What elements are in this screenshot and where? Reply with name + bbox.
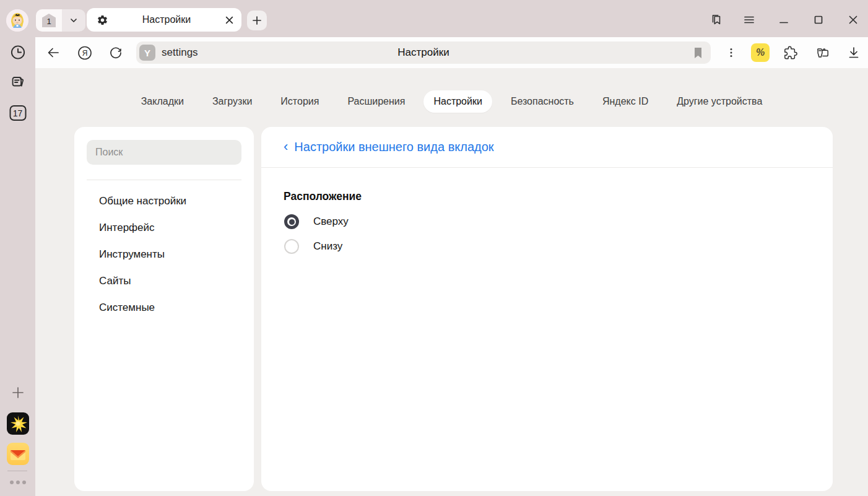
refresh-icon — [108, 45, 123, 60]
sidebar-item-general[interactable]: Общие настройки — [74, 188, 254, 214]
radio-unselected-icon[interactable] — [284, 239, 299, 254]
bookmark-icon — [693, 47, 703, 59]
settings-search-input[interactable] — [87, 140, 241, 165]
favicon-glyph: Y — [144, 48, 150, 58]
notes-stack-icon — [9, 74, 26, 91]
plus-icon — [252, 15, 262, 25]
radio-option-top[interactable]: Сверху — [284, 214, 349, 229]
hamburger-menu-icon — [743, 14, 755, 26]
tab-counter-group: 1 — [36, 9, 85, 32]
chevron-down-icon — [69, 16, 78, 25]
minimize-icon — [778, 14, 790, 26]
site-favicon: Y — [139, 45, 155, 61]
settings-sidebar-panel: Общие настройки Интерфейс Инструменты Са… — [74, 127, 254, 491]
settings-sidebar-menu: Общие настройки Интерфейс Инструменты Са… — [74, 188, 254, 321]
starburst-app-icon — [7, 412, 29, 435]
profile-avatar[interactable] — [6, 9, 28, 32]
bookmarks-panel-button[interactable] — [708, 11, 725, 28]
extensions-button[interactable] — [783, 45, 798, 60]
url-text: settings — [162, 46, 198, 59]
nav-tab-security[interactable]: Безопасность — [501, 90, 584, 113]
nav-tab-downloads[interactable]: Загрузки — [202, 90, 262, 113]
yandex-home-button[interactable]: Я — [77, 45, 92, 60]
radio-label: Снизу — [313, 240, 342, 253]
new-tab-button[interactable] — [247, 11, 267, 30]
settings-page: Закладки Загрузки История Расширения Нас… — [35, 68, 868, 496]
browser-tab-settings[interactable]: Настройки — [87, 8, 241, 32]
nav-tab-yandex-id[interactable]: Яндекс ID — [592, 90, 658, 113]
rail-add-button[interactable] — [11, 385, 25, 400]
radio-label: Сверху — [313, 215, 349, 228]
maximize-icon — [812, 14, 825, 26]
settings-nav-tabs: Закладки Загрузки История Расширения Нас… — [35, 90, 868, 113]
page-title: Настройки внешнего вида вкладок — [294, 140, 493, 154]
deals-button[interactable]: % — [751, 43, 770, 62]
rail-app-shortcut[interactable] — [7, 412, 29, 435]
rail-mail-shortcut[interactable] — [7, 443, 29, 465]
address-more-button[interactable] — [724, 45, 739, 60]
rail-more-button[interactable] — [10, 481, 26, 484]
nav-tab-settings[interactable]: Настройки — [423, 90, 492, 113]
key-wallet-icon — [815, 45, 830, 61]
passwords-button[interactable] — [815, 45, 830, 60]
downloads-button[interactable] — [846, 45, 861, 60]
tabs-count-badge: 17 — [9, 105, 26, 121]
nav-tab-history[interactable]: История — [271, 90, 329, 113]
tab-list-dropdown-button[interactable] — [62, 9, 85, 32]
tab-strip: 1 Настройки — [0, 0, 868, 37]
bookmarks-icon — [710, 13, 723, 27]
download-icon — [846, 45, 861, 60]
refresh-button[interactable] — [108, 45, 123, 60]
nav-tab-other-devices[interactable]: Другие устройства — [667, 90, 772, 113]
section-title-location: Расположение — [284, 190, 362, 203]
nav-tab-bookmarks[interactable]: Закладки — [131, 90, 194, 113]
nav-tab-extensions[interactable]: Расширения — [337, 90, 415, 113]
window-minimize-button[interactable] — [775, 11, 792, 28]
sidebar-divider — [87, 180, 241, 180]
sidebar-item-interface[interactable]: Интерфейс — [74, 214, 254, 241]
arrow-left-icon — [46, 45, 61, 60]
toolbar: Я Y settings Настройки % — [35, 37, 868, 68]
yandex-logo-icon: Я — [77, 45, 92, 61]
sidebar-item-sites[interactable]: Сайты — [74, 268, 254, 294]
gear-icon — [97, 14, 108, 26]
chevron-left-icon: ‹ — [284, 140, 288, 154]
bookmark-page-button[interactable] — [693, 47, 703, 59]
left-rail: 17 — [0, 37, 35, 496]
address-bar-page-title: Настройки — [136, 46, 711, 59]
kebab-menu-icon — [726, 47, 737, 58]
sidebar-item-tools[interactable]: Инструменты — [74, 241, 254, 268]
tab-close-icon[interactable] — [225, 15, 234, 25]
sidebar-item-system[interactable]: Системные — [74, 294, 254, 321]
window-maximize-button[interactable] — [810, 11, 827, 28]
avatar-girl-illustration — [6, 9, 28, 32]
mail-app-icon — [7, 443, 29, 465]
tabs-count-button[interactable]: 17 — [9, 105, 26, 121]
rail-divider — [7, 471, 27, 471]
percent-badge-icon: % — [751, 43, 770, 62]
svg-text:Я: Я — [82, 48, 88, 57]
close-icon — [847, 14, 859, 26]
clock-history-icon — [9, 44, 26, 61]
history-button[interactable] — [9, 44, 26, 61]
all-tabs-button[interactable]: 1 — [36, 9, 62, 32]
back-button[interactable] — [46, 45, 61, 60]
notes-button[interactable] — [9, 74, 26, 91]
puzzle-icon — [783, 45, 798, 61]
radio-selected-icon[interactable] — [284, 214, 299, 229]
radio-option-bottom[interactable]: Снизу — [284, 239, 342, 254]
window-close-button[interactable] — [844, 11, 862, 28]
tab-count-badge: 1 — [42, 14, 56, 27]
settings-main-panel: ‹ Настройки внешнего вида вкладок Распол… — [261, 127, 833, 491]
tabs-appearance-back-header[interactable]: ‹ Настройки внешнего вида вкладок — [261, 127, 833, 168]
address-bar[interactable]: Y settings Настройки — [136, 41, 711, 64]
plus-icon — [11, 385, 25, 400]
tab-title: Настройки — [108, 14, 225, 25]
browser-menu-button[interactable] — [740, 11, 758, 28]
